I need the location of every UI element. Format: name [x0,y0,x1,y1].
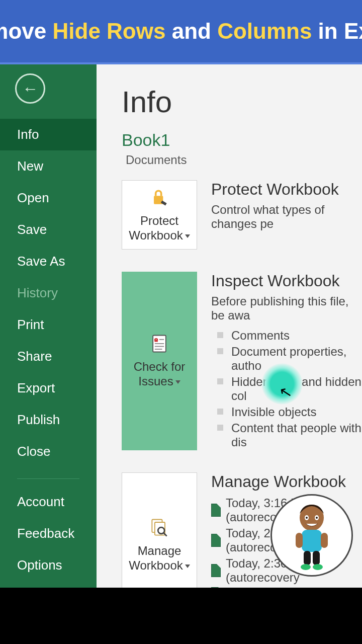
nav-footer: Account Feedback Options [0,486,97,581]
nav-open[interactable]: Open [0,182,97,214]
lock-icon [148,187,170,209]
banner-hl2: Columns [217,19,312,43]
nav-save[interactable]: Save [0,214,97,246]
svg-point-24 [313,564,323,570]
nav-close[interactable]: Close [0,436,97,467]
video-title-banner: Remove Hide Rows and Columns in Excel [0,0,362,64]
recovery-item[interactable]: Today, 2:07 PM recovery [211,586,362,588]
nav-share[interactable]: Share [0,341,97,372]
document-name: Book1 [122,130,362,150]
chevron-down-icon [185,234,190,238]
nav-history: History [0,277,97,309]
inspect-item: Invisible objects [211,404,362,420]
document-path[interactable]: Documents [122,153,362,167]
document-search-icon [148,517,170,539]
inspect-info: Inspect Workbook Before publishing this … [211,272,362,450]
svg-point-15 [306,517,308,519]
nav-save-as[interactable]: Save As [0,246,97,277]
svg-rect-20 [321,533,328,548]
nav-main: Info New Open Save Save As History Print… [0,119,97,467]
nav-publish[interactable]: Publish [0,404,97,436]
inspect-title: Inspect Workbook [211,272,362,290]
presenter-avatar [270,494,353,577]
inspect-item: Content that people with dis [211,420,362,450]
inspect-item: Document properties, autho [211,344,362,374]
protect-info: Protect Workbook Control what types of c… [211,180,362,250]
inspect-list: Comments Document properties, autho Hidd… [211,328,362,450]
excel-file-icon [211,587,222,588]
chevron-down-icon [175,380,180,384]
svg-point-23 [301,564,311,570]
banner-post: in Excel [312,19,362,43]
protect-card-label: Protect Workbook [125,214,194,243]
excel-file-icon [211,534,221,547]
protect-workbook-button[interactable]: Protect Workbook [122,180,197,250]
nav-print[interactable]: Print [0,309,97,341]
nav-new[interactable]: New [0,150,97,182]
svg-point-17 [316,517,318,519]
nav-options[interactable]: Options [0,549,97,581]
back-button[interactable]: ← [15,73,45,104]
svg-rect-19 [296,533,303,548]
back-arrow-icon: ← [22,80,38,97]
banner-hl1: Hide Rows [53,19,166,43]
chevron-down-icon [185,565,190,568]
protect-section: Protect Workbook Protect Workbook Contro… [122,180,362,250]
manage-title: Manage Workbook [211,472,362,491]
nav-account[interactable]: Account [0,486,97,518]
banner-mid: and [165,19,217,43]
manage-card-label: Manage Workbook [125,544,194,573]
protect-title: Protect Workbook [211,180,362,199]
sidebar: ← Info New Open Save Save As History Pri… [0,64,97,588]
excel-file-icon [211,564,221,577]
nav-export[interactable]: Export [0,372,97,404]
svg-rect-22 [313,551,320,565]
page-title: Info [122,85,362,119]
manage-workbook-button[interactable]: Manage Workbook [122,472,197,588]
inspect-desc: Before publishing this file, be awa [211,294,362,323]
checklist-icon [148,333,170,355]
check-for-issues-button[interactable]: Check for Issues [122,272,197,450]
nav-feedback[interactable]: Feedback [0,518,97,549]
svg-rect-18 [302,530,322,552]
banner-pre: Remove [0,19,53,43]
inspect-section: Check for Issues Inspect Workbook Before… [122,272,362,450]
protect-desc: Control what types of changes pe [211,203,362,231]
excel-file-icon [211,504,221,517]
nav-info[interactable]: Info [0,119,97,150]
sidebar-separator [17,478,79,479]
inspect-item: Comments [211,328,362,344]
inspect-item: Hidden rows and hidden col [211,374,362,404]
banner-text: Remove Hide Rows and Columns in Excel [0,19,362,44]
viewport: { "banner": { "pre": "Remove ", "hl1": "… [0,0,362,644]
inspect-card-label: Check for Issues [125,360,194,389]
svg-rect-21 [304,551,311,565]
